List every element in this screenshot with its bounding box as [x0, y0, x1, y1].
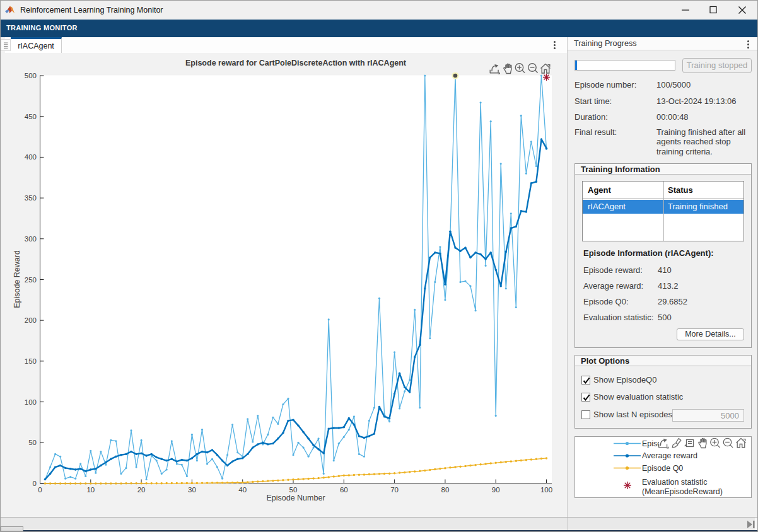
svg-text:100: 100 [25, 398, 37, 406]
svg-text:200: 200 [25, 316, 37, 324]
svg-text:70: 70 [390, 486, 399, 494]
svg-text:Episode Reward: Episode Reward [13, 250, 21, 308]
svg-text:20: 20 [137, 486, 146, 494]
svg-text:60: 60 [340, 486, 348, 494]
svg-text:250: 250 [25, 276, 37, 284]
svg-text:Episode reward for CartPoleDis: Episode reward for CartPoleDiscreteActio… [185, 59, 407, 67]
svg-text:Episode Number: Episode Number [266, 494, 325, 502]
svg-text:400: 400 [25, 153, 37, 161]
svg-text:40: 40 [238, 486, 247, 494]
svg-text:0: 0 [38, 486, 42, 494]
svg-text:50: 50 [28, 439, 37, 446]
svg-text:10: 10 [86, 486, 95, 494]
svg-text:350: 350 [25, 194, 37, 202]
svg-text:150: 150 [25, 357, 37, 365]
svg-text:500: 500 [25, 72, 37, 79]
svg-text:0: 0 [33, 480, 37, 487]
svg-text:90: 90 [492, 486, 500, 494]
svg-text:450: 450 [25, 113, 37, 120]
svg-text:50: 50 [289, 486, 298, 494]
svg-text:300: 300 [25, 235, 37, 243]
svg-text:30: 30 [188, 486, 196, 494]
svg-text:100: 100 [540, 486, 552, 494]
svg-text:80: 80 [441, 486, 450, 494]
